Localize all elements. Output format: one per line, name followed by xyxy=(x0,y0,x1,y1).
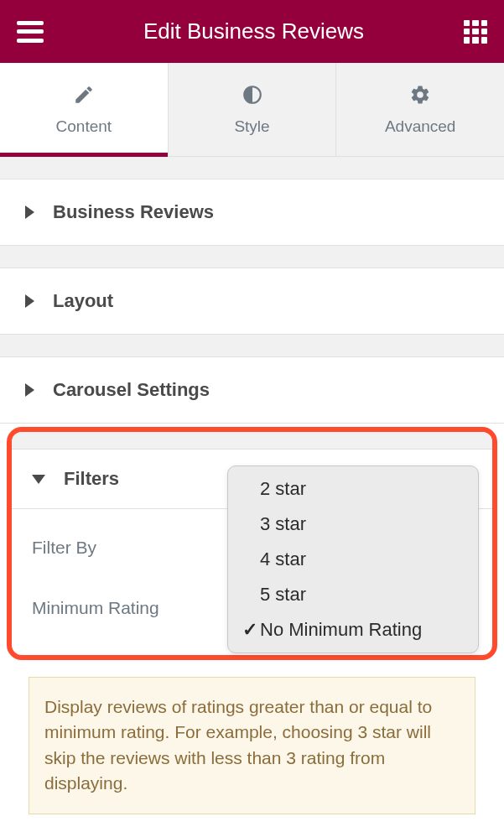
dropdown-option-label: 4 star xyxy=(260,549,306,570)
section-header-layout[interactable]: Layout xyxy=(0,268,504,334)
spacer xyxy=(0,335,504,356)
dropdown-option-4star[interactable]: 4 star xyxy=(228,542,478,577)
contrast-icon xyxy=(242,84,263,106)
dropdown-option-5star[interactable]: 5 star xyxy=(228,577,478,612)
filter-by-label: Filter By xyxy=(32,538,96,558)
minimum-rating-dropdown[interactable]: 2 star 3 star 4 star 5 star ✓ No Minimum… xyxy=(227,465,479,653)
section-title: Filters xyxy=(64,468,119,490)
section-header-business-reviews[interactable]: Business Reviews xyxy=(0,179,504,245)
section-title: Layout xyxy=(53,290,113,312)
dropdown-option-label: 2 star xyxy=(260,478,306,500)
spacer xyxy=(0,246,504,268)
caret-right-icon xyxy=(25,383,34,397)
tabs: Content Style Advanced xyxy=(0,63,504,157)
spacer xyxy=(12,432,492,449)
apps-grid-icon[interactable] xyxy=(464,20,487,44)
pencil-icon xyxy=(73,84,95,106)
section-carousel-settings: Carousel Settings xyxy=(0,356,504,424)
section-business-reviews: Business Reviews xyxy=(0,179,504,246)
minimum-rating-label: Minimum Rating xyxy=(32,598,159,618)
spacer xyxy=(0,157,504,179)
caret-down-icon xyxy=(32,475,45,484)
section-header-carousel-settings[interactable]: Carousel Settings xyxy=(0,357,504,423)
highlight-box-filters: Filters Filter By Minimum Rating 2 star … xyxy=(7,427,497,660)
caret-right-icon xyxy=(25,294,34,308)
dropdown-option-label: No Minimum Rating xyxy=(260,619,422,641)
tab-style[interactable]: Style xyxy=(168,63,336,157)
section-title: Business Reviews xyxy=(53,201,214,223)
dropdown-option-label: 5 star xyxy=(260,584,306,606)
tab-label: Content xyxy=(56,117,112,136)
tab-content[interactable]: Content xyxy=(0,63,168,157)
dropdown-option-2star[interactable]: 2 star xyxy=(228,471,478,507)
tab-label: Advanced xyxy=(385,117,456,136)
tab-advanced[interactable]: Advanced xyxy=(335,63,504,157)
check-icon: ✓ xyxy=(240,619,260,641)
dropdown-option-3star[interactable]: 3 star xyxy=(228,507,478,542)
gear-icon xyxy=(409,84,431,106)
header: Edit Business Reviews xyxy=(0,0,504,63)
caret-right-icon xyxy=(25,205,34,219)
page-title: Edit Business Reviews xyxy=(143,18,364,44)
hamburger-menu-icon[interactable] xyxy=(17,21,44,43)
dropdown-option-no-minimum[interactable]: ✓ No Minimum Rating xyxy=(228,612,478,647)
dropdown-option-label: 3 star xyxy=(260,513,306,535)
section-title: Carousel Settings xyxy=(53,379,210,401)
section-layout: Layout xyxy=(0,268,504,335)
tab-label: Style xyxy=(234,117,269,136)
info-box: Display reviews of ratings greater than … xyxy=(29,677,475,814)
